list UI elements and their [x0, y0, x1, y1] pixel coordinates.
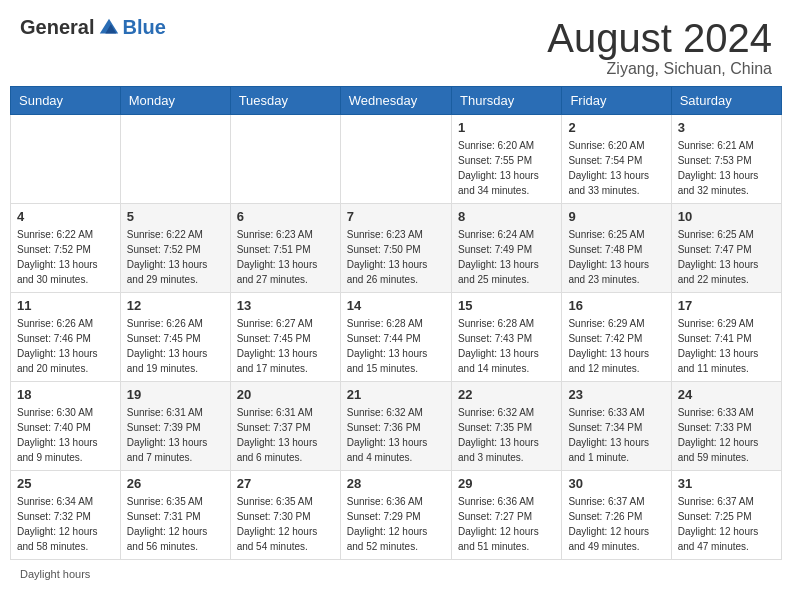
calendar-cell: 5Sunrise: 6:22 AM Sunset: 7:52 PM Daylig… — [120, 204, 230, 293]
day-info: Sunrise: 6:24 AM Sunset: 7:49 PM Dayligh… — [458, 227, 555, 287]
calendar-cell: 1Sunrise: 6:20 AM Sunset: 7:55 PM Daylig… — [452, 115, 562, 204]
day-info: Sunrise: 6:33 AM Sunset: 7:34 PM Dayligh… — [568, 405, 664, 465]
day-info: Sunrise: 6:21 AM Sunset: 7:53 PM Dayligh… — [678, 138, 775, 198]
calendar-week-row: 11Sunrise: 6:26 AM Sunset: 7:46 PM Dayli… — [11, 293, 782, 382]
calendar-week-row: 18Sunrise: 6:30 AM Sunset: 7:40 PM Dayli… — [11, 382, 782, 471]
day-info: Sunrise: 6:35 AM Sunset: 7:31 PM Dayligh… — [127, 494, 224, 554]
calendar-cell: 30Sunrise: 6:37 AM Sunset: 7:26 PM Dayli… — [562, 471, 671, 560]
calendar-cell: 7Sunrise: 6:23 AM Sunset: 7:50 PM Daylig… — [340, 204, 451, 293]
day-number: 26 — [127, 476, 224, 491]
day-info: Sunrise: 6:32 AM Sunset: 7:36 PM Dayligh… — [347, 405, 445, 465]
logo-general-text: General — [20, 16, 94, 39]
calendar-cell: 11Sunrise: 6:26 AM Sunset: 7:46 PM Dayli… — [11, 293, 121, 382]
footer: Daylight hours — [0, 560, 792, 588]
day-info: Sunrise: 6:23 AM Sunset: 7:51 PM Dayligh… — [237, 227, 334, 287]
day-info: Sunrise: 6:36 AM Sunset: 7:27 PM Dayligh… — [458, 494, 555, 554]
day-number: 8 — [458, 209, 555, 224]
day-info: Sunrise: 6:33 AM Sunset: 7:33 PM Dayligh… — [678, 405, 775, 465]
day-info: Sunrise: 6:27 AM Sunset: 7:45 PM Dayligh… — [237, 316, 334, 376]
calendar-cell: 26Sunrise: 6:35 AM Sunset: 7:31 PM Dayli… — [120, 471, 230, 560]
day-info: Sunrise: 6:23 AM Sunset: 7:50 PM Dayligh… — [347, 227, 445, 287]
day-number: 12 — [127, 298, 224, 313]
calendar-cell: 10Sunrise: 6:25 AM Sunset: 7:47 PM Dayli… — [671, 204, 781, 293]
calendar-header-thursday: Thursday — [452, 87, 562, 115]
day-info: Sunrise: 6:20 AM Sunset: 7:54 PM Dayligh… — [568, 138, 664, 198]
logo-icon — [98, 17, 120, 39]
day-info: Sunrise: 6:35 AM Sunset: 7:30 PM Dayligh… — [237, 494, 334, 554]
calendar-cell: 18Sunrise: 6:30 AM Sunset: 7:40 PM Dayli… — [11, 382, 121, 471]
calendar-cell: 27Sunrise: 6:35 AM Sunset: 7:30 PM Dayli… — [230, 471, 340, 560]
calendar-cell: 9Sunrise: 6:25 AM Sunset: 7:48 PM Daylig… — [562, 204, 671, 293]
title-block: August 2024 Ziyang, Sichuan, China — [547, 16, 772, 78]
day-info: Sunrise: 6:37 AM Sunset: 7:26 PM Dayligh… — [568, 494, 664, 554]
day-number: 21 — [347, 387, 445, 402]
day-number: 1 — [458, 120, 555, 135]
day-info: Sunrise: 6:28 AM Sunset: 7:44 PM Dayligh… — [347, 316, 445, 376]
calendar-cell: 13Sunrise: 6:27 AM Sunset: 7:45 PM Dayli… — [230, 293, 340, 382]
calendar-cell: 24Sunrise: 6:33 AM Sunset: 7:33 PM Dayli… — [671, 382, 781, 471]
day-number: 13 — [237, 298, 334, 313]
calendar-cell: 15Sunrise: 6:28 AM Sunset: 7:43 PM Dayli… — [452, 293, 562, 382]
day-info: Sunrise: 6:32 AM Sunset: 7:35 PM Dayligh… — [458, 405, 555, 465]
logo-blue-text: Blue — [122, 16, 165, 39]
day-info: Sunrise: 6:30 AM Sunset: 7:40 PM Dayligh… — [17, 405, 114, 465]
day-info: Sunrise: 6:29 AM Sunset: 7:42 PM Dayligh… — [568, 316, 664, 376]
day-number: 11 — [17, 298, 114, 313]
day-number: 18 — [17, 387, 114, 402]
day-number: 7 — [347, 209, 445, 224]
calendar-header-tuesday: Tuesday — [230, 87, 340, 115]
calendar-cell: 20Sunrise: 6:31 AM Sunset: 7:37 PM Dayli… — [230, 382, 340, 471]
day-info: Sunrise: 6:31 AM Sunset: 7:39 PM Dayligh… — [127, 405, 224, 465]
calendar-cell: 17Sunrise: 6:29 AM Sunset: 7:41 PM Dayli… — [671, 293, 781, 382]
calendar-cell — [120, 115, 230, 204]
calendar-cell: 8Sunrise: 6:24 AM Sunset: 7:49 PM Daylig… — [452, 204, 562, 293]
day-number: 25 — [17, 476, 114, 491]
day-number: 27 — [237, 476, 334, 491]
day-info: Sunrise: 6:26 AM Sunset: 7:45 PM Dayligh… — [127, 316, 224, 376]
day-number: 23 — [568, 387, 664, 402]
day-number: 30 — [568, 476, 664, 491]
day-number: 2 — [568, 120, 664, 135]
day-number: 19 — [127, 387, 224, 402]
day-number: 17 — [678, 298, 775, 313]
day-info: Sunrise: 6:25 AM Sunset: 7:47 PM Dayligh… — [678, 227, 775, 287]
day-number: 14 — [347, 298, 445, 313]
day-info: Sunrise: 6:26 AM Sunset: 7:46 PM Dayligh… — [17, 316, 114, 376]
day-number: 5 — [127, 209, 224, 224]
calendar-week-row: 4Sunrise: 6:22 AM Sunset: 7:52 PM Daylig… — [11, 204, 782, 293]
day-info: Sunrise: 6:37 AM Sunset: 7:25 PM Dayligh… — [678, 494, 775, 554]
calendar-cell: 4Sunrise: 6:22 AM Sunset: 7:52 PM Daylig… — [11, 204, 121, 293]
calendar-cell: 14Sunrise: 6:28 AM Sunset: 7:44 PM Dayli… — [340, 293, 451, 382]
calendar-table: SundayMondayTuesdayWednesdayThursdayFrid… — [10, 86, 782, 560]
day-number: 10 — [678, 209, 775, 224]
day-info: Sunrise: 6:28 AM Sunset: 7:43 PM Dayligh… — [458, 316, 555, 376]
calendar-cell: 23Sunrise: 6:33 AM Sunset: 7:34 PM Dayli… — [562, 382, 671, 471]
calendar-cell: 16Sunrise: 6:29 AM Sunset: 7:42 PM Dayli… — [562, 293, 671, 382]
calendar-cell — [11, 115, 121, 204]
day-info: Sunrise: 6:34 AM Sunset: 7:32 PM Dayligh… — [17, 494, 114, 554]
calendar-cell: 12Sunrise: 6:26 AM Sunset: 7:45 PM Dayli… — [120, 293, 230, 382]
month-year-title: August 2024 — [547, 16, 772, 60]
calendar-header-monday: Monday — [120, 87, 230, 115]
day-info: Sunrise: 6:22 AM Sunset: 7:52 PM Dayligh… — [17, 227, 114, 287]
calendar-cell: 19Sunrise: 6:31 AM Sunset: 7:39 PM Dayli… — [120, 382, 230, 471]
calendar-cell: 28Sunrise: 6:36 AM Sunset: 7:29 PM Dayli… — [340, 471, 451, 560]
daylight-hours-label: Daylight hours — [20, 568, 90, 580]
day-number: 24 — [678, 387, 775, 402]
day-number: 6 — [237, 209, 334, 224]
calendar-cell: 21Sunrise: 6:32 AM Sunset: 7:36 PM Dayli… — [340, 382, 451, 471]
calendar-cell: 25Sunrise: 6:34 AM Sunset: 7:32 PM Dayli… — [11, 471, 121, 560]
day-info: Sunrise: 6:36 AM Sunset: 7:29 PM Dayligh… — [347, 494, 445, 554]
calendar-header-wednesday: Wednesday — [340, 87, 451, 115]
day-number: 29 — [458, 476, 555, 491]
calendar-cell: 3Sunrise: 6:21 AM Sunset: 7:53 PM Daylig… — [671, 115, 781, 204]
calendar-cell: 22Sunrise: 6:32 AM Sunset: 7:35 PM Dayli… — [452, 382, 562, 471]
day-info: Sunrise: 6:22 AM Sunset: 7:52 PM Dayligh… — [127, 227, 224, 287]
page-header: General Blue August 2024 Ziyang, Sichuan… — [0, 0, 792, 86]
day-number: 28 — [347, 476, 445, 491]
day-info: Sunrise: 6:29 AM Sunset: 7:41 PM Dayligh… — [678, 316, 775, 376]
logo: General Blue — [20, 16, 166, 39]
calendar-week-row: 25Sunrise: 6:34 AM Sunset: 7:32 PM Dayli… — [11, 471, 782, 560]
calendar-cell: 29Sunrise: 6:36 AM Sunset: 7:27 PM Dayli… — [452, 471, 562, 560]
day-number: 20 — [237, 387, 334, 402]
